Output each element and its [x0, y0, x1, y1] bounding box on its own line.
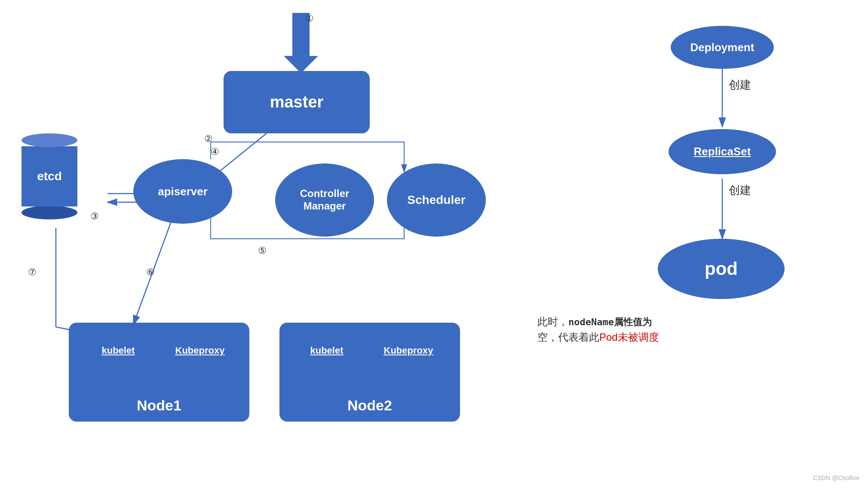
step-6: ⑥: [146, 267, 155, 278]
step-2: ②: [204, 133, 213, 145]
step-3: ③: [90, 211, 99, 222]
controller-manager-node: ControllerManager: [275, 163, 374, 237]
step-5: ⑤: [258, 245, 267, 256]
step-4: ④: [211, 146, 219, 157]
create-label-2: 创建: [729, 183, 751, 198]
pod-node: pod: [658, 239, 785, 299]
step-7: ⑦: [28, 267, 37, 278]
deployment-node: Deployment: [671, 26, 774, 69]
create-label-1: 创建: [729, 77, 751, 92]
node1-kubelet: kubelet: [80, 327, 157, 374]
note-text: 此时，nodeName属性值为 空，代表着此Pod未被调度: [537, 314, 659, 345]
scheduler-node: Scheduler: [387, 163, 486, 237]
master-node: master: [224, 71, 370, 133]
node1-kubeproxy: Kubeproxy: [159, 327, 241, 374]
apiserver-node: apiserver: [133, 159, 232, 224]
step-1: ①: [305, 13, 314, 24]
etcd-node: etcd: [21, 133, 77, 219]
replicaset-node: ReplicaSet: [669, 129, 776, 174]
watermark: CSDN @Chollive: [813, 475, 859, 481]
node2-kubelet: kubelet: [288, 327, 365, 374]
node2-kubeproxy: Kubeproxy: [368, 327, 449, 374]
